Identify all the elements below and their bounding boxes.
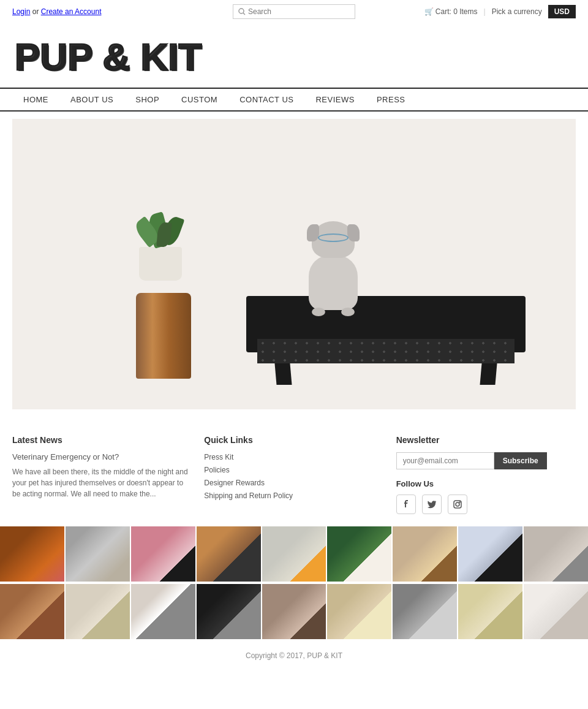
quick-link-shipping[interactable]: Shipping and Return Policy	[204, 491, 383, 500]
svg-point-7	[459, 502, 460, 502]
dog-head	[312, 221, 355, 258]
photo-1-3[interactable]	[131, 526, 195, 582]
bed-leg-left	[274, 363, 292, 385]
facebook-icon[interactable]	[396, 495, 416, 514]
photo-1-8[interactable]	[458, 526, 522, 582]
dog-paw-left	[312, 308, 325, 316]
bed-back-rail	[246, 296, 526, 309]
photo-2-8[interactable]	[458, 584, 522, 639]
tree-stump	[136, 293, 191, 379]
pet-bed-frame	[257, 308, 514, 339]
nav-item-about[interactable]: ABOUT US	[59, 89, 124, 110]
instagram-icon[interactable]	[448, 495, 467, 514]
nav-item-home[interactable]: HOME	[12, 89, 59, 110]
hero-image	[12, 119, 576, 409]
bed-leg-right	[480, 363, 497, 385]
nav-link-reviews[interactable]: REVIEWS	[304, 89, 365, 110]
social-icons	[396, 495, 576, 514]
nav-link-about[interactable]: ABOUT US	[59, 89, 124, 110]
photo-1-5[interactable]	[262, 526, 326, 582]
nav-link-shop[interactable]: SHOP	[124, 89, 170, 110]
login-link[interactable]: Login	[12, 7, 30, 16]
plant	[130, 232, 197, 281]
dog-ear-right	[347, 224, 360, 241]
search-box	[233, 4, 355, 19]
photo-2-3[interactable]	[131, 584, 195, 639]
quick-link-press[interactable]: Press Kit	[204, 452, 383, 461]
photo-2-4[interactable]	[197, 584, 261, 639]
photo-2-5[interactable]	[262, 584, 326, 639]
search-input[interactable]	[248, 7, 350, 16]
top-bar-right: 🛒Cart: 0 Items | Pick a currency USD	[424, 5, 576, 18]
mattress-pattern	[257, 339, 514, 363]
photo-1-2[interactable]	[66, 526, 130, 582]
svg-line-1	[243, 13, 245, 15]
follow-us-section: Follow Us	[396, 479, 576, 514]
pet-bed-container	[257, 308, 514, 385]
nav-item-custom[interactable]: CUSTOM	[170, 89, 228, 110]
bed-legs-row	[257, 363, 514, 385]
svg-point-0	[239, 9, 244, 13]
twitter-icon[interactable]	[422, 495, 442, 514]
dog-body	[309, 255, 358, 310]
photo-1-7[interactable]	[393, 526, 457, 582]
photo-2-9[interactable]	[524, 584, 588, 639]
bed-mattress	[257, 339, 514, 363]
photo-1-9[interactable]	[524, 526, 588, 582]
photo-grid-row-2	[0, 584, 588, 639]
photo-1-1[interactable]	[0, 526, 64, 582]
latest-news-heading: Latest News	[12, 435, 192, 445]
cart-icon: 🛒	[424, 7, 434, 16]
latest-news: Latest News Veterinary Emergency or Not?…	[12, 435, 192, 514]
news-article-body: We have all been there, its the middle o…	[12, 466, 192, 499]
dog-figure	[309, 255, 358, 310]
pick-currency-label: Pick a currency	[492, 7, 542, 16]
photo-2-1[interactable]	[0, 584, 64, 639]
logo-svg: .logo-char { font-family: 'Arial Black',…	[12, 29, 245, 78]
subscribe-button[interactable]: Subscribe	[494, 452, 547, 469]
svg-point-6	[456, 502, 459, 506]
photo-1-6[interactable]	[327, 526, 391, 582]
nav-item-shop[interactable]: SHOP	[124, 89, 170, 110]
nav-link-home[interactable]: HOME	[12, 89, 59, 110]
dog-glasses	[318, 233, 349, 242]
newsletter-heading: Newsletter	[396, 435, 576, 445]
photo-grids	[0, 526, 588, 639]
quick-links-heading: Quick Links	[204, 435, 383, 445]
dog-paw-right	[341, 308, 355, 316]
cart-label: Cart: 0 Items	[435, 7, 478, 16]
header-area: .logo-char { font-family: 'Arial Black',…	[0, 23, 588, 88]
copyright-section: Copyright © 2017, PUP & KIT	[0, 639, 588, 666]
photo-2-2[interactable]	[66, 584, 130, 639]
or-separator: or	[32, 7, 39, 16]
top-bar-left: Login or Create an Account	[12, 7, 101, 16]
cart-link[interactable]: 🛒Cart: 0 Items	[424, 7, 478, 16]
newsletter-form: Subscribe	[396, 452, 576, 469]
news-article-title[interactable]: Veterinary Emergency or Not?	[12, 452, 192, 461]
nav-item-contact[interactable]: CONTACT US	[228, 89, 304, 110]
hero-scene	[12, 119, 576, 409]
nav-link-press[interactable]: PRESS	[366, 89, 417, 110]
quick-link-designer[interactable]: Designer Rewards	[204, 478, 383, 487]
photo-2-7[interactable]	[393, 584, 457, 639]
currency-button[interactable]: USD	[548, 5, 576, 18]
top-bar: Login or Create an Account 🛒Cart: 0 Item…	[0, 0, 588, 23]
create-account-link[interactable]: Create an Account	[41, 7, 102, 16]
nav-link-contact[interactable]: CONTACT US	[228, 89, 304, 110]
currency-divider: |	[484, 7, 486, 16]
newsletter-email-input[interactable]	[396, 452, 494, 469]
plant-leaves	[133, 213, 188, 256]
logo-container: .logo-char { font-family: 'Arial Black',…	[12, 29, 576, 78]
nav-item-press[interactable]: PRESS	[366, 89, 417, 110]
follow-us-heading: Follow Us	[396, 479, 576, 488]
quick-link-policies[interactable]: Policies	[204, 465, 383, 474]
svg-text:PUP & KIT: PUP & KIT	[15, 36, 202, 78]
nav-link-custom[interactable]: CUSTOM	[170, 89, 228, 110]
nav-item-reviews[interactable]: REVIEWS	[304, 89, 365, 110]
copyright-text: Copyright © 2017, PUP & KIT	[246, 651, 342, 660]
footer-section: Latest News Veterinary Emergency or Not?…	[0, 417, 588, 526]
photo-grid-row-1	[0, 526, 588, 582]
photo-1-4[interactable]	[197, 526, 261, 582]
photo-2-6[interactable]	[327, 584, 391, 639]
search-icon	[238, 8, 246, 15]
